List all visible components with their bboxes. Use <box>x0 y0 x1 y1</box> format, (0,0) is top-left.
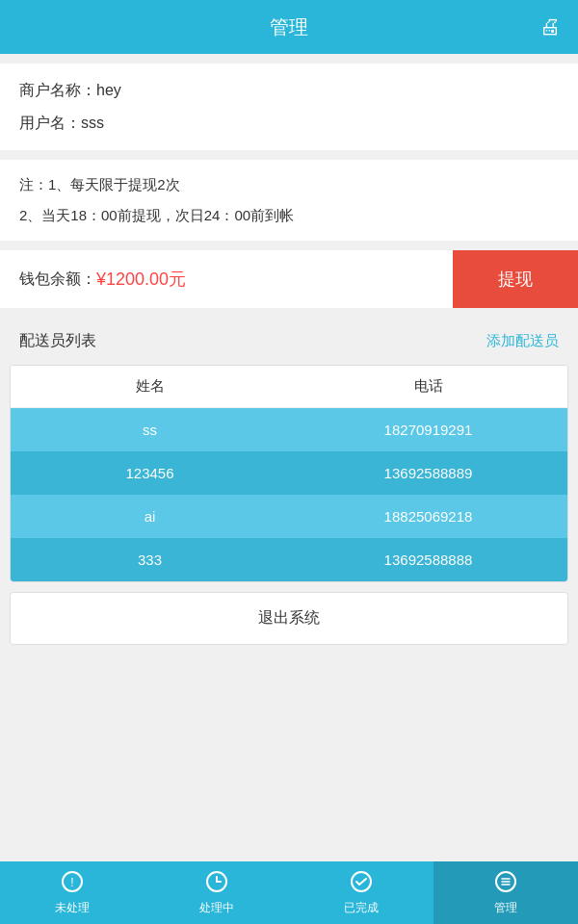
nav-item-completed[interactable]: 已完成 <box>289 861 434 924</box>
nav-label-completed: 已完成 <box>344 900 379 916</box>
delivery-table: 姓名 电话 ss 18270919291 123456 13692588889 … <box>10 365 568 582</box>
notice-line1: 注：1、每天限于提现2次 <box>19 173 559 196</box>
col-phone-header: 电话 <box>289 377 567 396</box>
cell-name: ai <box>11 508 289 525</box>
wallet-amount: ¥1200.00元 <box>96 268 186 291</box>
merchant-name-value: hey <box>96 82 121 98</box>
manage-icon <box>494 870 517 897</box>
logout-section: 退出系统 <box>10 592 568 645</box>
table-row[interactable]: 123456 13692588889 <box>11 451 567 495</box>
nav-label-unprocessed: 未处理 <box>55 900 90 916</box>
merchant-name-row: 商户名称：hey <box>19 79 559 102</box>
wallet-section: 钱包余额：¥1200.00元 提现 <box>0 250 578 308</box>
processing-icon <box>205 870 228 897</box>
content-area: 商户名称：hey 用户名：sss 注：1、每天限于提现2次 2、当天18：00前… <box>0 54 578 861</box>
bottom-nav: ! 未处理 处理中 已完成 <box>0 861 578 924</box>
delivery-list-title: 配送员列表 <box>19 331 96 351</box>
nav-item-unprocessed[interactable]: ! 未处理 <box>0 861 144 924</box>
page-title: 管理 <box>270 14 308 40</box>
cell-phone: 18270919291 <box>289 422 567 438</box>
wallet-label: 钱包余额： <box>19 270 96 290</box>
cell-name: 333 <box>11 552 289 568</box>
table-row[interactable]: ss 18270919291 <box>11 408 567 451</box>
username-value: sss <box>81 115 104 131</box>
col-name-header: 姓名 <box>11 377 289 396</box>
nav-label-processing: 处理中 <box>199 900 234 916</box>
cell-phone: 13692588888 <box>289 552 567 568</box>
table-row[interactable]: ai 18825069218 <box>11 495 567 538</box>
delivery-header: 配送员列表 添加配送员 <box>0 318 578 365</box>
notice-line2: 2、当天18：00前提现，次日24：00前到帐 <box>19 204 559 227</box>
nav-item-processing[interactable]: 处理中 <box>144 861 289 924</box>
unprocessed-icon: ! <box>61 870 84 897</box>
completed-icon <box>350 870 373 897</box>
withdraw-button[interactable]: 提现 <box>453 250 578 308</box>
merchant-name-label: 商户名称： <box>19 82 96 98</box>
table-row[interactable]: 333 13692588888 <box>11 538 567 581</box>
notice-section: 注：1、每天限于提现2次 2、当天18：00前提现，次日24：00前到帐 <box>0 160 578 241</box>
nav-item-manage[interactable]: 管理 <box>434 861 578 924</box>
table-header-row: 姓名 电话 <box>11 366 567 408</box>
table-body: ss 18270919291 123456 13692588889 ai 188… <box>11 408 567 581</box>
add-delivery-button[interactable]: 添加配送员 <box>486 332 559 350</box>
header: 管理 🖨 <box>0 0 578 54</box>
cell-phone: 18825069218 <box>289 508 567 525</box>
logout-button[interactable]: 退出系统 <box>11 593 567 644</box>
print-icon[interactable]: 🖨 <box>539 14 561 39</box>
cell-name: 123456 <box>11 465 289 481</box>
username-row: 用户名：sss <box>19 112 559 135</box>
merchant-info-section: 商户名称：hey 用户名：sss <box>0 64 578 150</box>
cell-name: ss <box>11 422 289 438</box>
nav-label-manage: 管理 <box>494 900 517 916</box>
cell-phone: 13692588889 <box>289 465 567 481</box>
svg-text:!: ! <box>70 876 73 889</box>
username-label: 用户名： <box>19 115 81 131</box>
wallet-info: 钱包余额：¥1200.00元 <box>0 250 453 308</box>
